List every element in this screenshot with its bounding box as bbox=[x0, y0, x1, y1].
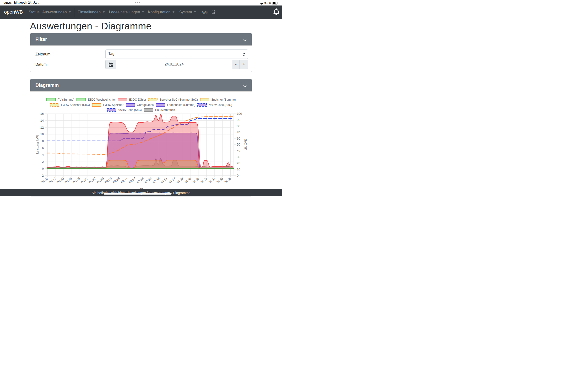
svg-text:03:13: 03:13 bbox=[136, 177, 144, 184]
svg-text:04:49: 04:49 bbox=[184, 177, 192, 184]
svg-text:6: 6 bbox=[42, 146, 44, 150]
svg-text:04:17: 04:17 bbox=[168, 177, 176, 184]
svg-text:0: 0 bbox=[42, 167, 44, 170]
svg-text:01:53: 01:53 bbox=[96, 177, 104, 184]
svg-text:03:29: 03:29 bbox=[144, 177, 152, 184]
svg-text:01:05: 01:05 bbox=[72, 177, 81, 184]
svg-text:2: 2 bbox=[42, 160, 44, 164]
svg-text:SoC [%]: SoC [%] bbox=[244, 139, 247, 150]
svg-text:70: 70 bbox=[237, 130, 240, 134]
svg-text:60: 60 bbox=[237, 137, 240, 140]
svg-text:05:53: 05:53 bbox=[216, 177, 224, 184]
svg-text:8: 8 bbox=[42, 139, 44, 143]
svg-text:10: 10 bbox=[237, 168, 240, 171]
svg-text:02:09: 02:09 bbox=[104, 177, 112, 184]
svg-text:00:17: 00:17 bbox=[49, 177, 57, 184]
svg-text:00:49: 00:49 bbox=[65, 177, 73, 184]
svg-text:05:05: 05:05 bbox=[192, 177, 200, 184]
svg-text:00:33: 00:33 bbox=[56, 177, 65, 184]
svg-text:100: 100 bbox=[237, 112, 242, 115]
svg-text:04:33: 04:33 bbox=[176, 177, 184, 184]
svg-text:90: 90 bbox=[237, 118, 240, 122]
svg-text:Leistung [kW]: Leistung [kW] bbox=[36, 135, 39, 154]
svg-text:40: 40 bbox=[237, 149, 240, 153]
svg-text:12: 12 bbox=[40, 126, 44, 129]
svg-text:05:21: 05:21 bbox=[200, 177, 208, 184]
svg-text:30: 30 bbox=[237, 155, 240, 159]
svg-text:50: 50 bbox=[237, 143, 240, 146]
svg-text:14: 14 bbox=[40, 119, 44, 122]
svg-text:80: 80 bbox=[237, 124, 240, 128]
svg-text:20: 20 bbox=[237, 161, 240, 165]
svg-text:03:45: 03:45 bbox=[152, 177, 160, 184]
svg-text:16: 16 bbox=[40, 112, 44, 115]
svg-text:-2: -2 bbox=[41, 174, 44, 177]
svg-text:05:37: 05:37 bbox=[208, 177, 216, 184]
svg-text:4: 4 bbox=[42, 153, 44, 156]
svg-text:01:37: 01:37 bbox=[88, 177, 96, 184]
svg-text:01:21: 01:21 bbox=[80, 177, 88, 184]
svg-text:06:09: 06:09 bbox=[224, 177, 232, 184]
svg-text:04:01: 04:01 bbox=[160, 177, 168, 184]
svg-text:10: 10 bbox=[40, 132, 44, 136]
svg-text:02:25: 02:25 bbox=[112, 177, 121, 184]
svg-text:02:57: 02:57 bbox=[128, 177, 136, 184]
svg-text:00:01: 00:01 bbox=[41, 177, 49, 184]
svg-text:02:41: 02:41 bbox=[120, 177, 128, 184]
svg-text:0: 0 bbox=[237, 174, 238, 177]
